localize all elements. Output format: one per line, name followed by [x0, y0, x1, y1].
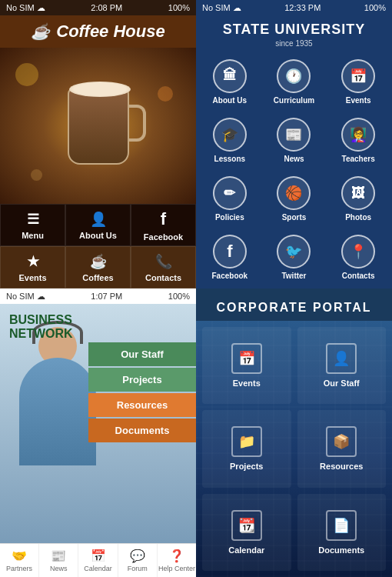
biz-tab-calendar[interactable]: 📅 Calendar	[78, 544, 118, 577]
app-business: No SIM ☁ 1:07 PM 100% BUSINESS NETWORK O…	[0, 288, 196, 577]
events-icon: ★	[27, 253, 39, 270]
coffee-aboutus-button[interactable]: 👤 About Us	[65, 204, 131, 246]
app-corporate: CORPORATE PORTAL 📅 Events 👤 Our Staff 📁 …	[196, 288, 392, 577]
biz-nav-menu: Our Staff Projects Resources Documents	[88, 342, 196, 442]
univ-header: State University since 1935	[196, 15, 392, 51]
coffee-statusbar: No SIM ☁ 2:08 PM 100%	[0, 0, 196, 15]
biz-hero-section: BUSINESS NETWORK Our Staff Projects Reso…	[0, 304, 196, 543]
univ-curriculum-button[interactable]: 🕐 Curriculum	[264, 54, 325, 109]
univ-photos-label: Photos	[345, 213, 371, 222]
univ-policies-button[interactable]: ✏ Policies	[199, 172, 261, 227]
biz-tab-forum[interactable]: 💬 Forum	[118, 544, 158, 577]
contacts-icon: 📞	[155, 253, 172, 270]
coffees-icon: ☕	[90, 253, 107, 270]
univ-news-label: News	[284, 155, 304, 163]
corp-content: 📅 Events 👤 Our Staff 📁 Projects 📦 Resour…	[196, 321, 392, 577]
biz-tab-news[interactable]: 📰 News	[39, 544, 78, 577]
coffee-battery: 100%	[168, 3, 190, 12]
biz-tab-helpcenter-label: Help Center	[158, 565, 195, 572]
coffee-facebook-button[interactable]: f Facebook	[131, 204, 196, 246]
univ-photos-button[interactable]: 🖼 Photos	[327, 172, 389, 227]
contacts-circle-icon: 📍	[341, 235, 375, 268]
lessons-circle-icon: 🎓	[213, 118, 247, 152]
biz-tabbar: 🤝 Partners 📰 News 📅 Calendar 💬 Forum ❓ H…	[0, 543, 196, 577]
biz-tab-helpcenter[interactable]: ❓ Help Center	[158, 544, 196, 577]
teachers-circle-icon: 👩‍🏫	[341, 118, 375, 152]
biz-title-line2: NETWORK	[9, 327, 187, 341]
coffee-nav-grid: ☰ Menu 👤 About Us f Facebook ★ Events ☕ …	[0, 204, 196, 288]
biz-time: 1:07 PM	[91, 292, 122, 301]
biz-title-line1: BUSINESS	[9, 313, 187, 327]
biz-app-title: BUSINESS NETWORK	[0, 310, 196, 343]
app-coffee: No SIM ☁ 2:08 PM 100% ☕ Coffee House ☰ M…	[0, 0, 196, 288]
biz-battery: 100%	[168, 292, 190, 301]
coffee-contacts-button[interactable]: 📞 Contacts	[131, 246, 196, 288]
biz-documents-button[interactable]: Documents	[88, 419, 196, 442]
univ-twitter-button[interactable]: 🐦 Twitter	[264, 230, 325, 285]
univ-facebook-button[interactable]: f Facebook	[199, 230, 261, 285]
news-circle-icon: 📰	[277, 118, 311, 152]
biz-tab-news-label: News	[50, 565, 68, 572]
biz-carrier: No SIM ☁	[6, 292, 45, 302]
biz-statusbar: No SIM ☁ 1:07 PM 100%	[0, 288, 196, 304]
curriculum-circle-icon: 🕐	[277, 59, 311, 93]
partners-icon: 🤝	[12, 549, 27, 563]
univ-time: 12:33 PM	[284, 3, 321, 12]
coffee-logo-icon: ☕	[31, 22, 50, 41]
coffee-time: 2:08 PM	[91, 3, 122, 12]
aboutus-circle-icon: 🏛	[213, 59, 247, 93]
calendar-icon: 📅	[91, 549, 106, 563]
coffee-coffees-label: Coffees	[82, 273, 113, 282]
corp-app-title: CORPORATE PORTAL	[196, 288, 392, 321]
coffee-app-title: Coffee House	[56, 22, 164, 42]
coffee-coffees-button[interactable]: ☕ Coffees	[65, 246, 131, 288]
facebook-circle-icon: f	[213, 235, 247, 268]
coffee-facebook-label: Facebook	[144, 232, 183, 242]
coffee-aboutus-label: About Us	[79, 231, 117, 240]
coffee-events-label: Events	[18, 273, 46, 282]
coffee-hero-image	[0, 48, 196, 204]
coffee-menu-button[interactable]: ☰ Menu	[0, 204, 65, 246]
univ-sports-button[interactable]: 🏀 Sports	[264, 172, 325, 227]
biz-projects-button[interactable]: Projects	[88, 368, 196, 392]
facebook-icon: f	[161, 209, 166, 229]
aboutus-icon: 👤	[90, 211, 107, 228]
biz-tab-partners[interactable]: 🤝 Partners	[0, 544, 39, 577]
coffee-carrier: No SIM ☁	[6, 3, 45, 13]
univ-facebook-label: Facebook	[211, 272, 247, 280]
univ-events-label: Events	[346, 96, 371, 105]
univ-sports-label: Sports	[282, 213, 307, 222]
coffee-header: ☕ Coffee House	[0, 15, 196, 48]
univ-curriculum-label: Curriculum	[274, 96, 314, 105]
coffee-cup-illustration	[68, 88, 129, 165]
univ-contacts-button[interactable]: 📍 Contacts	[327, 230, 389, 285]
app-university: No SIM ☁ 12:33 PM 100% State University …	[196, 0, 392, 288]
univ-subtitle: since 1935	[199, 39, 389, 48]
univ-teachers-button[interactable]: 👩‍🏫 Teachers	[327, 112, 389, 168]
biz-staff-button[interactable]: Our Staff	[88, 342, 196, 366]
univ-lessons-button[interactable]: 🎓 Lessons	[199, 112, 261, 168]
news-icon: 📰	[51, 549, 66, 563]
menu-icon: ☰	[27, 211, 39, 228]
biz-tab-partners-label: Partners	[6, 565, 32, 572]
univ-news-button[interactable]: 📰 News	[264, 112, 325, 168]
biz-resources-button[interactable]: Resources	[88, 393, 196, 417]
univ-statusbar: No SIM ☁ 12:33 PM 100%	[196, 0, 392, 15]
univ-events-button[interactable]: 📅 Events	[327, 54, 389, 109]
univ-aboutus-button[interactable]: 🏛 About Us	[199, 54, 261, 109]
forum-icon: 💬	[130, 549, 145, 563]
policies-circle-icon: ✏	[213, 176, 247, 210]
univ-app-title: State University	[199, 22, 389, 38]
events-circle-icon: 📅	[341, 59, 375, 93]
univ-lessons-label: Lessons	[214, 155, 246, 163]
coffee-events-button[interactable]: ★ Events	[0, 246, 65, 288]
twitter-circle-icon: 🐦	[277, 235, 311, 268]
coffee-menu-label: Menu	[22, 231, 44, 240]
biz-tab-calendar-label: Calendar	[84, 565, 112, 572]
univ-teachers-label: Teachers	[342, 155, 375, 163]
person-body	[19, 358, 96, 465]
photos-circle-icon: 🖼	[341, 176, 375, 210]
biz-tab-forum-label: Forum	[128, 565, 148, 572]
univ-carrier: No SIM ☁	[202, 3, 241, 13]
univ-battery: 100%	[364, 3, 386, 12]
